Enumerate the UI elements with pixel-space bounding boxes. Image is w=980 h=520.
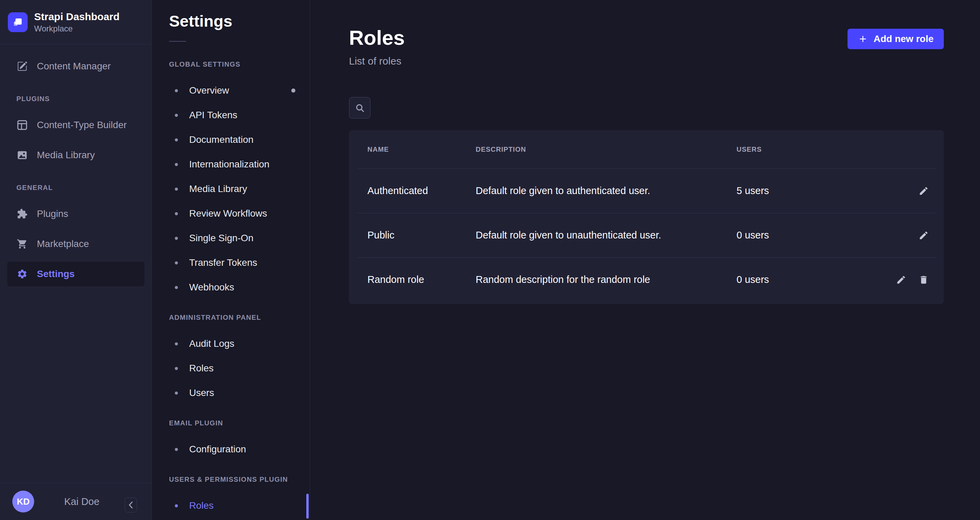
layout-icon — [16, 119, 28, 131]
notification-dot-icon — [291, 88, 295, 93]
nav-item-label: Marketplace — [37, 238, 89, 249]
nav-item-label: Plugins — [37, 208, 68, 219]
subnav-section-users-permissions-plugin: USERS & PERMISSIONS PLUGIN — [169, 475, 310, 484]
subnav-item-label: Webhooks — [189, 282, 234, 293]
nav-item-content-type-builder[interactable]: Content-Type Builder — [0, 113, 145, 137]
workspace-brand[interactable]: Strapi Dashboard Workplace — [0, 0, 152, 45]
subnav-item-webhooks[interactable]: Webhooks — [152, 275, 310, 300]
subnav-item-label: Media Library — [189, 183, 247, 195]
role-name: Random role — [357, 274, 476, 285]
subnav-item-label: Internationalization — [189, 159, 269, 170]
table-header-row: NAME DESCRIPTION USERS — [357, 130, 935, 168]
image-icon — [16, 149, 28, 161]
delete-role-button[interactable] — [916, 272, 932, 288]
subnav-item-configuration[interactable]: Configuration — [152, 437, 310, 462]
bullet-icon — [175, 138, 178, 142]
pencil-square-icon — [16, 61, 28, 72]
bullet-icon — [175, 448, 178, 451]
subnav-item-admin-roles[interactable]: Roles — [152, 356, 310, 381]
bullet-icon — [175, 237, 178, 240]
subnav-title: Settings — [169, 12, 310, 30]
user-name: Kai Doe — [53, 496, 111, 507]
add-new-role-button[interactable]: Add new role — [848, 29, 944, 49]
subnav-item-label: API Tokens — [189, 110, 237, 121]
role-name: Authenticated — [357, 185, 476, 196]
role-users-count: 0 users — [737, 230, 875, 241]
subnav-item-label: Single Sign-On — [189, 233, 253, 244]
plus-icon — [858, 34, 868, 44]
bullet-icon — [175, 367, 178, 370]
subnav-item-label: Documentation — [189, 134, 253, 145]
subnav-item-internationalization[interactable]: Internationalization — [152, 152, 310, 177]
subnav-item-label: Roles — [189, 363, 214, 374]
search-button[interactable] — [349, 97, 371, 118]
table-row-public[interactable]: Public Default role given to unauthentic… — [357, 213, 935, 257]
puzzle-icon — [16, 208, 28, 220]
bullet-icon — [175, 392, 178, 395]
page-title: Roles — [349, 27, 405, 49]
subnav-item-documentation[interactable]: Documentation — [152, 128, 310, 152]
nav-item-plugins[interactable]: Plugins — [0, 202, 145, 226]
nav-item-settings[interactable]: Settings — [7, 262, 145, 286]
subnav-item-label: Transfer Tokens — [189, 257, 257, 268]
subnav-item-up-roles[interactable]: Roles — [152, 493, 310, 518]
subnav-divider — [169, 41, 186, 41]
subnav-item-label: Configuration — [189, 444, 246, 455]
user-row: KD Kai Doe — [0, 483, 152, 520]
bullet-icon — [175, 342, 178, 345]
avatar[interactable]: KD — [12, 491, 34, 512]
chevron-left-icon — [129, 502, 132, 508]
subnav-item-transfer-tokens[interactable]: Transfer Tokens — [152, 250, 310, 275]
column-header-description: DESCRIPTION — [476, 145, 737, 153]
role-description: Random description for the random role — [476, 274, 737, 285]
table-row-random-role[interactable]: Random role Random description for the r… — [357, 257, 935, 301]
subnav-item-audit-logs[interactable]: Audit Logs — [152, 332, 310, 356]
table-row-authenticated[interactable]: Authenticated Default role given to auth… — [357, 168, 935, 213]
search-icon — [355, 103, 365, 113]
subnav-item-media-library[interactable]: Media Library — [152, 177, 310, 201]
nav-item-content-manager[interactable]: Content Manager — [0, 54, 145, 78]
trash-icon — [918, 275, 929, 285]
collapse-sidebar-button[interactable] — [125, 498, 137, 512]
nav-item-label: Content-Type Builder — [37, 120, 127, 131]
nav-item-marketplace[interactable]: Marketplace — [0, 232, 145, 256]
nav-item-media-library[interactable]: Media Library — [0, 143, 145, 167]
edit-role-button[interactable] — [893, 272, 909, 288]
bullet-icon — [175, 286, 178, 289]
subnav-section-administration-panel: ADMINISTRATION PANEL — [169, 313, 310, 322]
role-users-count: 5 users — [737, 185, 875, 196]
bullet-icon — [175, 89, 178, 92]
bullet-icon — [175, 504, 178, 507]
subnav-item-api-tokens[interactable]: API Tokens — [152, 103, 310, 128]
subnav-item-label: Audit Logs — [189, 338, 234, 349]
column-header-users: USERS — [737, 145, 875, 153]
role-description: Default role given to authenticated user… — [476, 185, 737, 196]
nav-section-general: GENERAL — [0, 183, 152, 192]
subnav-item-label: Overview — [189, 85, 229, 96]
subnav-item-review-workflows[interactable]: Review Workflows — [152, 201, 310, 226]
settings-subnav: Settings GLOBAL SETTINGS Overview API To… — [152, 0, 310, 520]
subnav-section-email-plugin: EMAIL PLUGIN — [169, 418, 310, 428]
roles-page: Roles List of roles Add new role NAME DE… — [310, 0, 980, 520]
subnav-item-single-sign-on[interactable]: Single Sign-On — [152, 226, 310, 250]
subnav-item-label: Users — [189, 388, 214, 398]
role-users-count: 0 users — [737, 274, 875, 285]
gear-icon — [16, 268, 28, 280]
edit-role-button[interactable] — [916, 183, 932, 199]
brand-title: Strapi Dashboard — [34, 11, 119, 22]
role-name: Public — [357, 230, 476, 241]
strapi-logo-icon — [8, 12, 28, 32]
bullet-icon — [175, 114, 178, 117]
edit-role-button[interactable] — [916, 228, 932, 243]
main-sidebar: Strapi Dashboard Workplace Content Manag… — [0, 0, 152, 520]
shopping-cart-icon — [16, 238, 28, 250]
nav-item-label: Settings — [37, 268, 75, 279]
brand-workspace: Workplace — [34, 24, 119, 33]
main-nav-list: Content Manager PLUGINS Content-Type Bui… — [0, 45, 152, 483]
subnav-item-admin-users[interactable]: Users — [152, 381, 310, 405]
pencil-icon — [896, 275, 906, 285]
roles-table: NAME DESCRIPTION USERS Authenticated Def… — [349, 130, 944, 304]
column-header-name: NAME — [357, 145, 476, 153]
subnav-item-overview[interactable]: Overview — [152, 78, 310, 103]
subnav-scrollbar-thumb[interactable] — [306, 494, 309, 518]
